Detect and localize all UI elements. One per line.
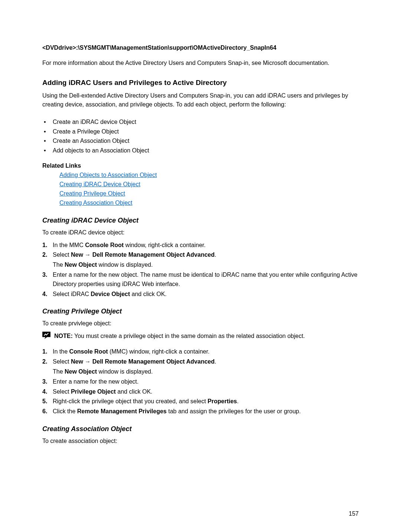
section-heading-creating-device: Creating iDRAC Device Object: [42, 217, 359, 224]
step-item: Enter a name for the new object.: [42, 377, 359, 387]
step-item: Right-click the privilege object that yo…: [42, 397, 359, 406]
section3-steps: In the Console Root (MMC) window, right-…: [42, 347, 359, 416]
link-creating-privilege[interactable]: Creating Privilege Object: [59, 190, 125, 197]
section2-intro: To create iDRAC device object:: [42, 228, 359, 237]
step-item: Select Privilege Object and click OK.: [42, 387, 359, 397]
file-path: <DVDdrive>:\SYSMGMT\ManagementStation\su…: [42, 45, 359, 51]
related-links-label: Related Links: [42, 162, 359, 169]
intro-paragraph: For more information about the Active Di…: [42, 59, 359, 68]
section1-paragraph: Using the Dell-extended Active Directory…: [42, 91, 359, 109]
section-heading-adding-users: Adding iDRAC Users and Privileges to Act…: [42, 79, 359, 87]
step-item: Select New → Dell Remote Management Obje…: [42, 357, 359, 377]
step-item: Select New → Dell Remote Management Obje…: [42, 250, 359, 270]
related-links-list: Adding Objects to Association Object Cre…: [42, 171, 359, 207]
section-heading-creating-association: Creating Association Object: [42, 425, 359, 433]
section3-intro: To create prvivlege object:: [42, 319, 359, 328]
link-creating-idrac-device[interactable]: Creating iDRAC Device Object: [59, 181, 140, 187]
section2-steps: In the MMC Console Root window, right-cl…: [42, 241, 359, 299]
note-block: NOTE: You must create a privilege object…: [42, 332, 359, 341]
list-item: Create an iDRAC device Object: [42, 117, 359, 127]
step-item: Select iDRAC Device Object and click OK.: [42, 290, 359, 299]
section-heading-creating-privilege: Creating Privilege Object: [42, 308, 359, 315]
note-icon: [42, 332, 50, 339]
section4-intro: To create association object:: [42, 437, 359, 446]
link-creating-association[interactable]: Creating Association Object: [59, 200, 133, 206]
section1-bullet-list: Create an iDRAC device Object Create a P…: [42, 117, 359, 155]
list-item: Create an Association Object: [42, 136, 359, 146]
step-item: In the MMC Console Root window, right-cl…: [42, 241, 359, 250]
note-text: NOTE: You must create a privilege object…: [54, 332, 305, 341]
link-adding-objects[interactable]: Adding Objects to Association Object: [59, 172, 157, 178]
list-item: Add objects to an Association Object: [42, 146, 359, 155]
step-item: Enter a name for the new object. The nam…: [42, 270, 359, 289]
step-item: Click the Remote Management Privileges t…: [42, 407, 359, 416]
step-item: In the Console Root (MMC) window, right-…: [42, 347, 359, 357]
list-item: Create a Privilege Object: [42, 127, 359, 137]
page-number: 157: [349, 510, 359, 517]
